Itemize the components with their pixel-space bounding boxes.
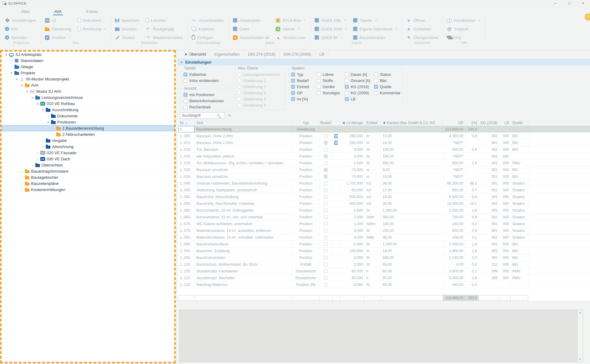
radio-gliederung-4[interactable]: Gliederung 4 bbox=[238, 96, 282, 102]
radio-leistungsverzeichnis[interactable]: Leistungsverzeichnis bbox=[238, 71, 282, 77]
table-row[interactable]: 1..065.Bürocontainer, 15 m², Vor- und Un… bbox=[178, 214, 590, 221]
checkbox-infos-einblenden[interactable]: Infos einblenden bbox=[183, 77, 230, 84]
chevron-right-icon[interactable]: › bbox=[46, 115, 50, 118]
chevron-right-icon[interactable]: › bbox=[35, 151, 40, 155]
column-header-lb[interactable]: LB bbox=[499, 120, 511, 126]
ribbon-tab-extras[interactable]: Extras bbox=[82, 7, 102, 15]
checkbox-rechenblatt[interactable]: Rechenblatt bbox=[183, 104, 230, 110]
bedarf-unchecked-icon[interactable] bbox=[324, 242, 328, 246]
table-row[interactable]: 1..030.Bauzaun umsetzenPosition✓70,000m9… bbox=[178, 166, 590, 173]
ribbon-button-gaeb-2000[interactable]: →GAEB 2000∨ bbox=[313, 25, 350, 33]
clear-search-button[interactable]: × bbox=[228, 113, 231, 118]
ribbon-button-position[interactable]: PPosition∨ bbox=[43, 33, 74, 42]
tree-item-020-ve-fassade[interactable]: ›LV020 VE Fassade bbox=[2, 150, 174, 156]
ribbon-button-gliederung[interactable]: Gliederung bbox=[43, 25, 74, 33]
chevron-down-icon[interactable]: ∨ bbox=[35, 102, 40, 105]
ribbon-button-ändern[interactable]: Ändern bbox=[113, 33, 143, 42]
ribbon-button-ausschreiben-de[interactable]: AAusschreiben.de bbox=[231, 33, 273, 42]
ribbon-button-sirados-live[interactable]: ▲Sirados Live bbox=[274, 33, 309, 42]
table-row[interactable]: 1..025.Tor, Mobilbauzaun, 2flg, 4,00m, v… bbox=[178, 160, 590, 166]
bedarf-unchecked-icon[interactable] bbox=[324, 215, 328, 219]
ribbon-button-arbeitsplatz[interactable]: ←Arbeitsplatz bbox=[231, 16, 273, 25]
ribbon-button-faq[interactable]: FAQ bbox=[445, 33, 483, 42]
cell-bedarf[interactable] bbox=[319, 207, 332, 213]
table-row[interactable]: 1..045.Abdeckung Stahlplatten, provisori… bbox=[178, 187, 590, 194]
table-row[interactable]: 1..095.BaustromverteilerPosition4,000St5… bbox=[178, 254, 590, 261]
cell-bedarf[interactable] bbox=[319, 248, 332, 254]
chevron-right-icon[interactable]: › bbox=[41, 145, 45, 148]
ribbon-tab-start[interactable]: Start bbox=[17, 7, 34, 15]
bedarf-unchecked-icon[interactable] bbox=[324, 269, 328, 273]
minimize-button[interactable]: – bbox=[549, 0, 562, 7]
dropdown-chevron-icon[interactable]: ∨ bbox=[69, 36, 71, 39]
checkbox-geräte[interactable]: Geräte bbox=[317, 84, 345, 90]
ribbon-button-bauzeitenplan[interactable]: →Bauzeitenplan bbox=[351, 33, 400, 42]
cell-bedarf[interactable] bbox=[319, 275, 332, 281]
table-row[interactable]: 1..075.Materialcontainer, 14 m², aufstel… bbox=[178, 227, 590, 234]
search-input[interactable] bbox=[180, 113, 217, 118]
bedarf-unchecked-icon[interactable] bbox=[324, 263, 328, 266]
checkbox-gp[interactable]: ✓GP bbox=[291, 90, 317, 96]
radio-gliederung-2[interactable]: Gliederung 2 bbox=[238, 84, 282, 90]
checkbox-kg-2008[interactable]: KG (2008) bbox=[345, 90, 374, 96]
ribbon-button-info[interactable]: iInfo bbox=[3, 25, 39, 33]
cell-bedarf[interactable] bbox=[319, 221, 332, 227]
table-row[interactable]: 1..110.Stundensatz: BauhelferStundenlohn… bbox=[178, 275, 590, 281]
cell-bedarf[interactable] bbox=[319, 281, 332, 288]
ribbon-button-beenden[interactable]: ×Beenden bbox=[3, 33, 39, 42]
column-header-karolus-bau-gmbh-co-kg[interactable]: ★Karolus Bau GmbH & Co. KG bbox=[381, 120, 443, 126]
ribbon-button-schließen[interactable]: ∧Schließen bbox=[404, 25, 441, 33]
bedarf-unchecked-icon[interactable] bbox=[324, 195, 328, 199]
tree-item-ablage[interactable]: Ablage bbox=[2, 64, 174, 70]
tree-item-stammdaten[interactable]: ›Stammdaten bbox=[2, 58, 174, 64]
tree-item-bauantragsformulare[interactable]: ›Bauantragsformulare bbox=[2, 168, 174, 174]
radio-gliederung-1[interactable]: Gliederung 1 bbox=[238, 77, 282, 84]
bedarf-unchecked-icon[interactable] bbox=[324, 283, 328, 287]
tab-din-276-2018[interactable]: DIN 276 (2018) bbox=[244, 50, 280, 59]
bedarf-unchecked-icon[interactable] bbox=[324, 209, 328, 212]
table-row[interactable]: 1..015.Tür, BauzaunPosition3,000St150,00… bbox=[178, 146, 590, 153]
ribbon-button-rückgängig[interactable]: ↶Rückgängig bbox=[144, 25, 186, 33]
checkbox-quelle[interactable]: ✓Quelle bbox=[374, 84, 400, 90]
settings-section-header[interactable]: ▲ Einstellungen bbox=[178, 59, 590, 65]
cell-bedarf[interactable] bbox=[319, 227, 332, 234]
bedarf-unchecked-icon[interactable] bbox=[324, 161, 328, 165]
checkbox-stoffe[interactable]: Stoffe bbox=[317, 77, 345, 84]
checkbox-löhne[interactable]: Löhne bbox=[317, 71, 345, 77]
cell-bedarf[interactable] bbox=[319, 160, 332, 166]
table-row[interactable]: 1..085.BaustromanschlussPosition2,000St1… bbox=[178, 241, 590, 248]
table-row[interactable]: 1..040.Gelände vorbereiten, Baustellenei… bbox=[178, 180, 590, 187]
ribbon-button-kopieren[interactable]: Kopieren bbox=[190, 25, 227, 33]
tab-din-276-2008[interactable]: DIN 276 (2008) bbox=[280, 50, 315, 59]
checkbox-ist[interactable]: ✓Ist [%] bbox=[291, 96, 317, 102]
dropdown-chevron-icon[interactable]: ∨ bbox=[375, 19, 377, 22]
tree-item-positionen[interactable]: ∨Positionen bbox=[2, 119, 174, 125]
help-button[interactable]: ? bbox=[585, 14, 590, 20]
radio-gliederung-5[interactable]: Gliederung 5 bbox=[238, 102, 282, 108]
bedarf-checked-icon[interactable]: ✓ bbox=[324, 168, 328, 172]
checkbox-bild[interactable]: Bild bbox=[374, 77, 400, 84]
chevron-down-icon[interactable]: ∨ bbox=[9, 71, 14, 75]
bedarf-unchecked-icon[interactable] bbox=[324, 148, 328, 151]
checkbox-kommentar[interactable]: Kommentar bbox=[374, 90, 400, 96]
column-header-[interactable]: [%] bbox=[465, 120, 479, 126]
vertical-scrollbar[interactable]: ▲ ▼ bbox=[577, 310, 583, 362]
checkbox-editierbar[interactable]: ✓Editierbar bbox=[183, 71, 230, 77]
cell-bedarf[interactable] bbox=[319, 133, 332, 139]
ribbon-button-eigene-datenbank[interactable]: →Eigene Datenbank∨ bbox=[351, 25, 400, 33]
cell-bedarf[interactable] bbox=[319, 146, 332, 153]
column-header-icon[interactable] bbox=[332, 120, 340, 126]
tree-item-ava[interactable]: ∨AVA bbox=[2, 82, 174, 88]
chevron-right-icon[interactable]: › bbox=[20, 176, 24, 179]
cell-bedarf[interactable]: ✓ bbox=[319, 139, 332, 146]
tree-item-kostenermittlungen[interactable]: ›Kostenermittlungen bbox=[2, 187, 174, 193]
ribbon-button-wiederherstellen[interactable]: ↷Wiederherstellen bbox=[144, 33, 186, 42]
bedarf-unchecked-icon[interactable] bbox=[324, 202, 328, 205]
table-row[interactable]: 1BaustelleneinrichtungGliederung-113.668… bbox=[178, 126, 590, 133]
ribbon-button-datei[interactable]: ←Datei bbox=[231, 25, 273, 33]
chevron-down-icon[interactable]: ∨ bbox=[41, 108, 45, 112]
ribbon-button-löschen[interactable]: Löschen bbox=[144, 16, 186, 25]
checkbox-dauer-h[interactable]: Dauer [h] bbox=[345, 71, 374, 77]
chevron-right-icon[interactable]: › bbox=[51, 133, 56, 136]
column-header-gp[interactable]: GP bbox=[443, 120, 465, 126]
